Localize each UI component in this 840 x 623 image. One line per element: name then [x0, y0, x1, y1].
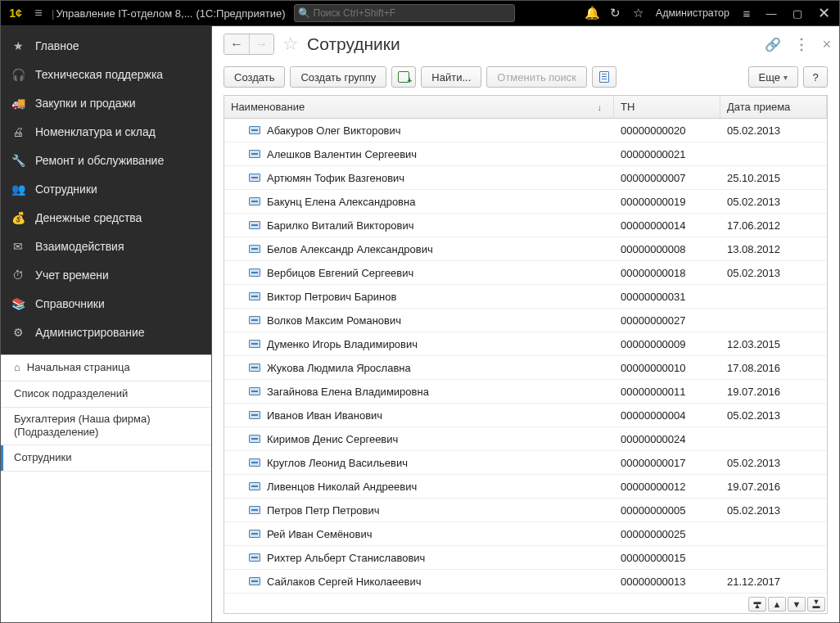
favorite-icon[interactable]: ☆	[628, 2, 649, 24]
nav-icon: 🚚	[11, 96, 25, 111]
cell-name: Белов Александр Александрович	[267, 243, 433, 255]
app-title: Управление IT-отделом 8,...	[56, 7, 192, 20]
main-nav: ★Главное🎧Техническая поддержка🚚Закупки и…	[1, 26, 211, 354]
nav-label: Номенклатура и склад	[35, 125, 156, 138]
sub-item-departments[interactable]: Список подразделений	[1, 381, 211, 408]
page-up-button[interactable]: ▲	[768, 597, 786, 612]
table-row[interactable]: Думенко Игорь Владимирович0000000000912.…	[224, 332, 827, 356]
nav-icon: 🔧	[11, 153, 25, 168]
cell-date: 17.08.2016	[720, 362, 827, 374]
bell-icon[interactable]: 🔔	[582, 2, 603, 24]
nav-item-0[interactable]: ★Главное	[1, 31, 211, 60]
settings-icon[interactable]: ≡	[736, 2, 757, 24]
table-row[interactable]: Ливенцов Николай Андреевич0000000001219.…	[224, 475, 827, 499]
table-row[interactable]: Рихтер Альберт Станиславович00000000015	[224, 546, 827, 570]
nav-icon: ★	[11, 38, 25, 53]
menu-icon[interactable]: ≡	[27, 6, 50, 20]
link-icon[interactable]: 🔗	[765, 37, 781, 52]
home-label: Начальная страница	[27, 361, 130, 374]
table-body[interactable]: Абакуров Олег Викторович0000000002005.02…	[224, 119, 827, 613]
table-row[interactable]: Абакуров Олег Викторович0000000002005.02…	[224, 119, 827, 142]
nav-item-9[interactable]: 📚Справочники	[1, 289, 211, 318]
maximize-button[interactable]: ▢	[785, 2, 810, 24]
home-page-link[interactable]: ⌂ Начальная страница	[1, 355, 211, 381]
table-row[interactable]: Алешков Валентин Сергеевич00000000021	[224, 142, 827, 166]
star-icon[interactable]: ☆	[282, 34, 299, 55]
table-row[interactable]: Петров Петр Петрович0000000000505.02.201…	[224, 499, 827, 522]
back-button[interactable]: ←	[224, 34, 249, 54]
nav-label: Ремонт и обслуживание	[35, 154, 164, 167]
cell-name: Круглов Леонид Васильевич	[267, 457, 408, 469]
table-row[interactable]: Барилко Виталий Викторович0000000001417.…	[224, 214, 827, 237]
nav-item-5[interactable]: 👥Сотрудники	[1, 174, 211, 203]
cell-tn: 00000000007	[614, 172, 720, 184]
cell-name: Сайлаков Сергей Николаеевич	[267, 576, 421, 588]
cell-name: Бакунц Елена Александровна	[267, 196, 415, 208]
create-button[interactable]: Создать	[224, 66, 285, 88]
search-icon: 🔍	[298, 7, 310, 19]
table-row[interactable]: Киримов Денис Сергеевич00000000024	[224, 427, 827, 451]
cell-name: Виктор Петрович Баринов	[267, 291, 396, 303]
nav-item-8[interactable]: ⏱Учет времени	[1, 260, 211, 289]
find-button[interactable]: Найти...	[421, 66, 481, 88]
item-icon	[249, 553, 260, 562]
table-row[interactable]: Волков Максим Романович00000000027	[224, 309, 827, 332]
copy-button[interactable]	[391, 66, 416, 88]
help-button[interactable]: ?	[803, 66, 828, 88]
list-button[interactable]	[592, 66, 616, 88]
page-top-button[interactable]: ▬▲	[748, 597, 766, 612]
item-icon	[249, 174, 260, 182]
table-row[interactable]: Бакунц Елена Александровна0000000001905.…	[224, 190, 827, 214]
table-row[interactable]: Иванов Иван Иванович0000000000405.02.201…	[224, 404, 827, 427]
platform-label: (1С:Предприятие)	[196, 7, 285, 20]
search-input[interactable]	[314, 7, 511, 19]
nav-item-3[interactable]: 🖨Номенклатура и склад	[1, 117, 211, 146]
create-group-button[interactable]: Создать группу	[290, 66, 386, 88]
table-row[interactable]: Рей Иван Семёнович00000000025	[224, 522, 827, 546]
history-icon[interactable]: ↻	[605, 2, 626, 24]
cancel-search-button[interactable]: Отменить поиск	[486, 66, 587, 88]
list-icon	[599, 71, 609, 83]
sub-item-employees[interactable]: Сотрудники	[1, 445, 211, 472]
cell-tn: 00000000017	[614, 457, 720, 469]
nav-icon: ⚙	[11, 325, 25, 340]
cell-date: 05.02.2013	[720, 124, 827, 137]
kebab-icon[interactable]: ⋮	[794, 35, 809, 53]
nav-item-1[interactable]: 🎧Техническая поддержка	[1, 60, 211, 88]
window-close-button[interactable]: ✕	[811, 2, 836, 24]
sub-item-accounting[interactable]: Бухгалтерия (Наша фирма) (Подразделение)	[1, 408, 211, 445]
table-row[interactable]: Виктор Петрович Баринов00000000031	[224, 285, 827, 309]
table-row[interactable]: Жукова Людмила Ярославна0000000001017.08…	[224, 356, 827, 380]
column-header-tn[interactable]: ТН	[614, 96, 720, 118]
more-button[interactable]: Еще▾	[748, 66, 798, 88]
nav-item-6[interactable]: 💰Денежные средства	[1, 203, 211, 232]
table-row[interactable]: Вербицов Евгений Сергеевич0000000001805.…	[224, 261, 827, 285]
table-row[interactable]: Круглов Леонид Васильевич0000000001705.0…	[224, 451, 827, 475]
global-search[interactable]: 🔍	[294, 4, 515, 22]
nav-label: Закупки и продажи	[35, 97, 136, 110]
forward-button[interactable]: →	[249, 34, 273, 54]
table-row[interactable]: Артюмян Тофик Вазгенович0000000000725.10…	[224, 166, 827, 190]
table-row[interactable]: Белов Александр Александрович00000000008…	[224, 237, 827, 261]
table-row[interactable]: Загайнова Елена Владимировна000000000111…	[224, 380, 827, 404]
item-icon	[249, 435, 260, 443]
item-icon	[249, 221, 260, 229]
page-down-button[interactable]: ▼	[788, 597, 806, 612]
nav-item-2[interactable]: 🚚Закупки и продажи	[1, 88, 211, 117]
minimize-button[interactable]: —	[759, 2, 784, 24]
page-bottom-button[interactable]: ▼▬	[807, 597, 825, 612]
user-label[interactable]: Администратор	[651, 7, 734, 19]
column-header-date[interactable]: Дата приема	[720, 96, 827, 118]
cell-date: 19.07.2016	[720, 386, 827, 398]
table-row[interactable]: Сайлаков Сергей Николаеевич0000000001321…	[224, 570, 827, 594]
item-icon	[249, 577, 260, 585]
cell-name: Рихтер Альберт Станиславович	[267, 552, 425, 564]
nav-item-4[interactable]: 🔧Ремонт и обслуживание	[1, 146, 211, 174]
close-page-button[interactable]: ×	[822, 36, 831, 53]
nav-item-7[interactable]: ✉Взаимодействия	[1, 232, 211, 260]
nav-item-10[interactable]: ⚙Администрирование	[1, 318, 211, 346]
cell-name: Ливенцов Николай Андреевич	[267, 481, 417, 493]
column-header-name[interactable]: Наименование ↓	[224, 96, 614, 118]
nav-buttons: ← →	[224, 34, 274, 55]
item-icon	[249, 411, 260, 419]
